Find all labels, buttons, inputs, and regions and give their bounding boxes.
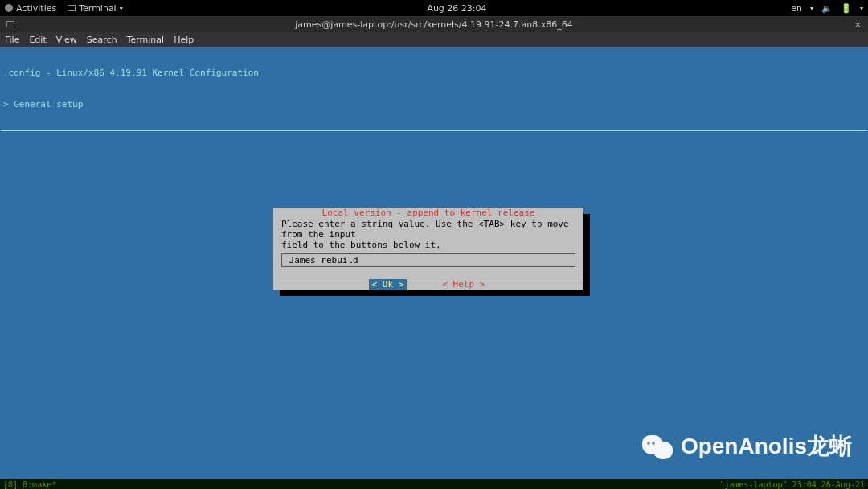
app-menu[interactable]: Terminal ▾ [68,3,123,14]
status-right: "james-laptop" 23:04 26-Aug-21 [719,480,865,489]
help-button[interactable]: < Help > [439,279,488,290]
dialog-separator [276,277,580,277]
dialog-instruction-1: Please enter a string value. Use the <TA… [273,219,583,240]
ok-button[interactable]: < Ok > [369,279,407,290]
battery-icon[interactable]: 🔋 [841,3,852,14]
activities-button[interactable]: Activities [5,3,56,14]
dialog-title: Local version - append to kernel release [273,208,583,219]
config-breadcrumb: > General setup [3,99,865,109]
menu-file[interactable]: File [5,35,19,45]
header-separator [1,130,867,131]
menu-view[interactable]: View [56,35,77,45]
close-button[interactable]: × [854,19,862,30]
watermark: OpenAnolis龙蜥 [642,431,852,462]
config-title-line: .config - Linux/x86 4.19.91 Kernel Confi… [3,68,865,78]
activities-icon [5,4,13,12]
watermark-text: OpenAnolis龙蜥 [681,431,852,462]
window-titlebar[interactable]: james@james-laptop:/usr/src/kernels/4.19… [0,16,868,32]
menu-help[interactable]: Help [174,35,194,45]
app-menu-label: Terminal [79,3,117,14]
language-indicator[interactable]: en [791,3,802,14]
menu-edit[interactable]: Edit [29,35,46,45]
tmux-statusline: [0] 0:make* "james-laptop" 23:04 26-Aug-… [0,479,868,489]
gnome-topbar: Activities Terminal ▾ Aug 26 23:04 en ▾ … [0,0,868,16]
string-input-dialog: Local version - append to kernel release… [273,208,583,290]
dialog-instruction-2: field to the buttons below it. [273,240,583,250]
chevron-down-icon: ▾ [810,5,813,12]
topbar-clock[interactable]: Aug 26 23:04 [123,3,792,14]
menu-search[interactable]: Search [87,35,117,45]
menu-terminal[interactable]: Terminal [127,35,165,45]
wechat-icon [642,432,674,461]
system-tray[interactable]: en ▾ 🔈 🔋 ▾ [791,3,863,14]
volume-icon[interactable]: 🔈 [821,3,833,14]
status-left: [0] 0:make* [3,480,56,489]
menuconfig-header: .config - Linux/x86 4.19.91 Kernel Confi… [0,47,868,130]
activities-label: Activities [16,3,56,14]
terminal-app-icon [68,5,76,11]
terminal-viewport: .config - Linux/x86 4.19.91 Kernel Confi… [0,47,868,479]
window-title: james@james-laptop:/usr/src/kernels/4.19… [0,19,868,30]
terminal-menubar: File Edit View Search Terminal Help [0,32,868,47]
local-version-input[interactable] [281,253,575,267]
chevron-down-icon: ▾ [860,5,863,12]
